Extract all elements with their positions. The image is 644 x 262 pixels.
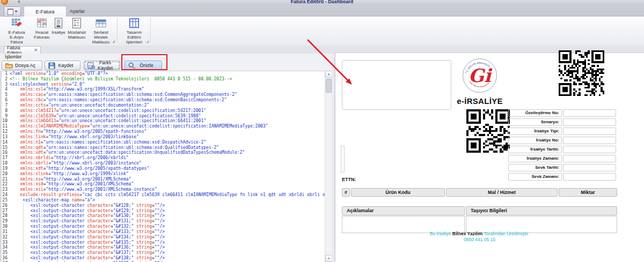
- mustahsil-makbuzu-icon: [70, 18, 83, 29]
- invoice-field-label: Senaryo:: [508, 118, 562, 126]
- code-line: 27 <xsl:output-character character="&#12…: [2, 208, 332, 214]
- code-line: 33 <xsl:output-character character="&#13…: [2, 240, 332, 245]
- invoice-field-value: [563, 173, 616, 181]
- code-line: 9 xmlns:clm5639="urn:un:unece:uncefact:c…: [2, 114, 332, 119]
- editor-scrollbar[interactable]: ▲ ▼: [325, 71, 332, 262]
- save-label: Kaydet: [56, 63, 80, 68]
- ribbon-button-tasarim-editoru[interactable]: Tasarım Editörüİşlemleri: [120, 18, 148, 43]
- magnifier-icon: [128, 62, 136, 70]
- application-menu-button[interactable]: [4, 6, 21, 17]
- open-file-button[interactable]: Dosya Aç: [2, 61, 42, 70]
- efatura-earsiv-icon: [10, 18, 23, 29]
- folder-open-icon: [5, 62, 13, 70]
- ribbon-group-grip: [112, 40, 115, 43]
- code-line: 14 xmlns:n1="urn:oasis:names:specificati…: [2, 140, 332, 145]
- items-header-number: #: [342, 188, 350, 197]
- close-icon[interactable]: ✕: [34, 48, 38, 53]
- invoice-field-row: İrsaliye No:: [508, 137, 617, 144]
- code-line: 25 <xsl:character-map name="a">: [2, 198, 332, 203]
- window-title: Fatura Editörü - Dashboard: [0, 0, 644, 4]
- document-tab-fatura-editoru[interactable]: Fatura Editörü ✕: [4, 46, 41, 54]
- code-lines: 1<?xml version="1.0" encoding="UTF-8"?>2…: [2, 71, 332, 262]
- code-line: 34 <xsl:output-character character="&#13…: [2, 245, 332, 250]
- carrier-info-header: Taşıyıcı Bilgileri: [466, 206, 617, 215]
- tab-ayarlar[interactable]: Ayarlar: [68, 6, 87, 17]
- code-line: 15 xmlns:qdt="urn:oasis:names:specificat…: [2, 145, 332, 151]
- code-line: 1<?xml version="1.0" encoding="UTF-8"?>: [2, 71, 332, 77]
- xml-code-editor[interactable]: 1<?xml version="1.0" encoding="UTF-8"?>2…: [0, 71, 332, 262]
- invoice-field-value: [563, 164, 616, 171]
- ribbon-button-ihracat-faturasi[interactable]: İhracatFaturası: [31, 18, 53, 43]
- notes-header: Açıklamalar: [342, 206, 465, 215]
- footer-phone: 0850 441 05 15: [342, 237, 617, 243]
- code-line: 29 <xsl:output-character character="&#13…: [2, 219, 332, 224]
- sender-info-box: [342, 60, 451, 110]
- code-line: 2<!-- Bilnex Yazılım Çözümleri ve Bilişi…: [2, 77, 332, 82]
- code-line: 22 xmlns:xsd="http://www.w3.org/2001/XML…: [2, 182, 332, 187]
- code-line: 5 xmlns:cac="urn:oasis:names:specificati…: [2, 92, 332, 98]
- open-file-label: Dosya Aç: [13, 63, 42, 68]
- code-line: 8 xmlns:clm54217="urn:un:unece:uncefact:…: [2, 108, 332, 114]
- save-as-label: Farklı Kaydet: [95, 60, 120, 71]
- code-line: 28 <xsl:output-character character="&#13…: [2, 213, 332, 219]
- ribbon-button-irsaliye[interactable]: İrsaliye: [50, 18, 67, 43]
- code-line: 13 xmlns:link="http://www.xbrl.org/2003/…: [2, 134, 332, 140]
- empty-cell-box: [341, 146, 345, 173]
- invoice-field-value: [563, 118, 616, 126]
- invoice-field-label: İrsaliye No:: [508, 137, 562, 144]
- code-line: 16 xmlns:udt="urn:un:unece:uncefact:data…: [2, 150, 332, 155]
- gib-logo: T.C. MALİYE BAKANLIĞI Gelir İdaresi Başk…: [462, 58, 497, 93]
- ribbon-button-serbest-meslek-makbuzu[interactable]: Serbest MeslekMakbuzu: [87, 18, 115, 43]
- ribbon-group-grip: [146, 40, 149, 43]
- invoice-field-label: İrsaliye Zamanı:: [508, 155, 562, 162]
- invoice-field-value: [563, 137, 616, 144]
- code-line: 12 xmlns:fn="http://www.w3.org/2005/xpat…: [2, 129, 332, 134]
- code-line: 3<xsl:stylesheet version="2.0": [2, 82, 332, 87]
- code-line: 20 xmlns:xlink="http://www.w3.org/1999/x…: [2, 171, 332, 177]
- footer-brand: Bilnex Yazılım: [452, 231, 483, 236]
- tasarim-editoru-icon: [128, 18, 141, 29]
- save-as-button[interactable]: Farklı Kaydet: [84, 61, 120, 70]
- code-line: 31 <xsl:output-character character="&#13…: [2, 229, 332, 235]
- invoice-field-label: Sevk Zamanı:: [508, 173, 562, 181]
- invoice-field-row: Sevk Tarihi:: [508, 164, 617, 171]
- invoice-field-value: [563, 109, 616, 117]
- code-line: 17 xmlns:xbrldi="http://xbrl.org/2006/xb…: [2, 155, 332, 161]
- ribbon-tab-strip: E-Fatura Tasarımları Ayarlar: [0, 5, 644, 17]
- code-line: 24 exclude-result-prefixes="cac cbc ccts…: [2, 192, 332, 198]
- invoice-field-label: Sevk Tarihi:: [508, 164, 562, 171]
- items-header-product-code: Ürün Kodu: [351, 188, 445, 197]
- ribbon-group-separator: [117, 18, 118, 43]
- save-as-icon: [87, 62, 95, 70]
- code-line: 32 <xsl:output-character character="&#13…: [2, 235, 332, 240]
- code-line: 7 xmlns:ccts="urn:un:unece:uncefact:docu…: [2, 103, 332, 108]
- preview-footer: Bu İrsaliye Bilnex Yazılım Tarafından Ür…: [342, 231, 617, 243]
- preview-button[interactable]: Önizle: [125, 61, 162, 70]
- code-line: 23 xmlns:xsi="http://www.w3.org/2001/XML…: [2, 187, 332, 192]
- code-line: 35 <xsl:output-character character="&#13…: [2, 250, 332, 256]
- invoice-field-row: İrsaliye Tarihi:: [508, 146, 617, 153]
- invoice-fields-table: Özelleştirme No:Senaryo:İrsaliye Tipi:İr…: [508, 109, 617, 182]
- save-button[interactable]: Kaydet: [45, 61, 80, 70]
- code-line: 21 xmlns:xs="http://www.w3.org/2001/XMLS…: [2, 177, 332, 182]
- invoice-field-label: İrsaliye Tarihi:: [508, 146, 562, 153]
- scrollbar-thumb[interactable]: [326, 79, 332, 93]
- ribbon-button-efatura-earsiv[interactable]: E-FaturaE-Arşiv Fatura: [3, 18, 30, 43]
- code-line: 30 <xsl:output-character character="&#13…: [2, 224, 332, 229]
- code-line: 18 xmlns:xbrli="http://www.xbrl.org/2003…: [2, 161, 332, 166]
- ribbon-group-separator: [150, 18, 151, 43]
- ribbon: E-FaturaE-Arşiv Fatura İhracatFaturası İ…: [0, 17, 644, 46]
- irsaliye-icon: [52, 18, 65, 29]
- ettn-label: ETTN:: [342, 177, 356, 182]
- operations-panel-title: İşlemler: [5, 54, 22, 59]
- app-menu-icon: [8, 9, 13, 15]
- qr-code-top: [559, 50, 604, 96]
- tab-efatura-tasarimlari[interactable]: E-Fatura Tasarımları: [24, 6, 67, 17]
- serbest-meslek-makbuzu-icon: [94, 18, 107, 29]
- invoice-field-value: [563, 128, 616, 135]
- document-type-title: e-İRSALİYE: [447, 96, 513, 106]
- ribbon-button-mustahsil-makbuzu[interactable]: MüstahsilMakbuzu: [68, 18, 86, 43]
- logo-monogram: Gi: [469, 65, 493, 86]
- code-line: 10 xmlns:clm66411="urn:un:unece:uncefact…: [2, 118, 332, 124]
- invoice-field-label: İrsaliye Tipi:: [508, 128, 562, 135]
